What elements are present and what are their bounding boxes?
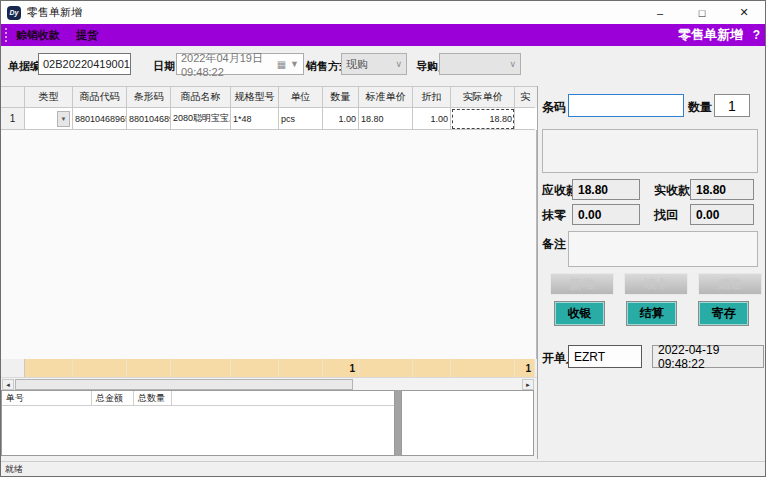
totals-actual-price (451, 359, 515, 377)
totals-discount (413, 359, 451, 377)
item-display-box (542, 129, 758, 173)
close-button[interactable]: ✕ (723, 1, 765, 24)
col-actual-price[interactable]: 实际单价 (451, 87, 515, 108)
totals-type (25, 359, 73, 377)
col-discount[interactable]: 折扣 (413, 87, 451, 108)
pending-orders-detail-panel (401, 390, 534, 456)
remark-label: 备注 (542, 236, 566, 253)
creator-input: EZRT (568, 345, 642, 368)
help-icon[interactable]: ? (753, 28, 760, 42)
panel-qty-input[interactable]: 1 (714, 94, 750, 117)
calendar-icon: ▦ (277, 59, 286, 70)
col-total-amount[interactable]: 总金额 (92, 391, 134, 405)
pending-orders-header: 单号 总金额 总数量 (2, 391, 394, 406)
type-dropdown-icon[interactable]: ▼ (57, 111, 70, 127)
created-at-value: 2022-04-19 09:48:22 (652, 345, 764, 368)
gift-button[interactable]: 赠送 (698, 273, 762, 295)
change-value: 0.00 (690, 204, 754, 225)
col-barcode[interactable]: 条形码 (127, 87, 171, 108)
window-title: 零售单新增 (27, 5, 82, 20)
rounding-label: 抹零 (542, 207, 566, 224)
change-label: 找回 (654, 207, 678, 224)
scroll-right-icon[interactable]: ► (522, 379, 534, 390)
settle-button[interactable]: 结算 (626, 301, 677, 326)
row-number[interactable]: 1 (1, 108, 25, 130)
menu-item-pickup[interactable]: 提货 (68, 28, 106, 43)
totals-corner (1, 359, 25, 377)
col-product-name[interactable]: 商品名称 (171, 87, 231, 108)
col-total-qty[interactable]: 总数量 (134, 391, 172, 405)
cell-product-name[interactable]: 2080聪明宝宝牙 (171, 108, 231, 130)
totals-barcode (127, 359, 171, 377)
totals-spec (231, 359, 279, 377)
col-product-code[interactable]: 商品代码 (73, 87, 127, 108)
guide-select[interactable]: ∨ (439, 53, 521, 75)
barcode-input[interactable] (568, 94, 684, 117)
cell-actual-price[interactable]: 18.80 (451, 108, 515, 130)
received-input[interactable]: 18.80 (690, 179, 754, 200)
cell-type[interactable]: ▼ (25, 108, 73, 130)
menubar-page-title: 零售单新增 (678, 26, 743, 44)
barcode-label: 条码 (542, 99, 566, 116)
content-area: 类型 商品代码 条形码 商品名称 规格型号 单位 数量 标准单价 折扣 实际单价… (1, 84, 766, 461)
col-type[interactable]: 类型 (25, 87, 73, 108)
grid-corner (1, 87, 25, 108)
retail-order-window: Dy 零售单新增 – □ ✕ 赊销收款 提货 零售单新增 ? 单据编号 02B2… (0, 0, 766, 477)
pending-orders-area: 单号 总金额 总数量 (1, 390, 537, 457)
receivable-value: 18.80 (572, 179, 640, 200)
date-value: 2022年04月19日 09:48:22 (181, 51, 277, 78)
rounding-value: 0.00 (572, 204, 640, 225)
cell-barcode[interactable]: 88010468986 (127, 108, 171, 130)
cashier-button[interactable]: 收银 (554, 301, 605, 326)
grid-totals-row: 1 1 (1, 359, 537, 377)
scrollbar-thumb[interactable] (15, 379, 353, 390)
col-qty[interactable]: 数量 (323, 87, 359, 108)
grid-header-row: 类型 商品代码 条形码 商品名称 规格型号 单位 数量 标准单价 折扣 实际单价… (1, 86, 537, 108)
col-spec[interactable]: 规格型号 (231, 87, 279, 108)
sales-mode-select[interactable]: 现购 ∨ (341, 53, 407, 75)
title-bar: Dy 零售单新增 – □ ✕ (1, 1, 765, 24)
cell-std-price[interactable]: 18.80 (359, 108, 413, 130)
sales-mode-value: 现购 (346, 57, 368, 72)
menu-item-credit-collection[interactable]: 赊销收款 (8, 28, 68, 43)
cell-unit[interactable]: pcs (279, 108, 323, 130)
col-partial[interactable]: 实 (515, 87, 535, 108)
menu-bar: 赊销收款 提货 零售单新增 ? (1, 24, 765, 46)
hold-button[interactable]: 寄存 (698, 301, 749, 326)
date-input[interactable]: 2022年04月19日 09:48:22 ▦ ▼ (176, 53, 304, 75)
sales-mode-caret-icon: ∨ (395, 59, 402, 69)
scroll-left-icon[interactable]: ◄ (2, 379, 14, 390)
items-grid: 类型 商品代码 条形码 商品名称 规格型号 单位 数量 标准单价 折扣 实际单价… (1, 86, 537, 461)
cell-spec[interactable]: 1*48 (231, 108, 279, 130)
totals-std-price (359, 359, 413, 377)
totals-last: 1 (515, 359, 535, 377)
new-button[interactable]: 新增 (550, 273, 614, 295)
order-header-form: 单据编号 02B20220419001 日期 2022年04月19日 09:48… (1, 46, 765, 84)
col-unit[interactable]: 单位 (279, 87, 323, 108)
totals-code (73, 359, 127, 377)
status-text: 就绪 (5, 463, 23, 476)
grid-data-row: 1 ▼ 880104689650 88010468986 2080聪明宝宝牙 1… (1, 108, 537, 130)
pending-orders-grid: 单号 总金额 总数量 (1, 390, 395, 456)
received-label: 实收款 (654, 182, 690, 199)
col-order-no[interactable]: 单号 (2, 391, 92, 405)
cell-product-code[interactable]: 880104689650 (73, 108, 127, 130)
minimize-button[interactable]: – (639, 1, 681, 24)
window-controls: – □ ✕ (639, 1, 765, 24)
date-label: 日期 (153, 59, 175, 74)
grid-empty-area (1, 130, 537, 359)
totals-name (171, 359, 231, 377)
horizontal-scrollbar[interactable]: ◄ ► (1, 377, 537, 390)
totals-unit (279, 359, 323, 377)
doc-no-input[interactable]: 02B20220419001 (38, 53, 131, 75)
maximize-button[interactable]: □ (681, 1, 723, 24)
read-card-button[interactable]: 读卡 (624, 273, 688, 295)
app-icon: Dy (7, 6, 21, 20)
remark-textarea[interactable] (568, 231, 758, 267)
cell-qty[interactable]: 1.00 (323, 108, 359, 130)
cell-partial[interactable] (515, 108, 535, 130)
col-std-price[interactable]: 标准单价 (359, 87, 413, 108)
cell-discount[interactable]: 1.00 (413, 108, 451, 130)
panel-qty-label: 数量 (688, 99, 712, 116)
status-bar: 就绪 (1, 461, 765, 477)
